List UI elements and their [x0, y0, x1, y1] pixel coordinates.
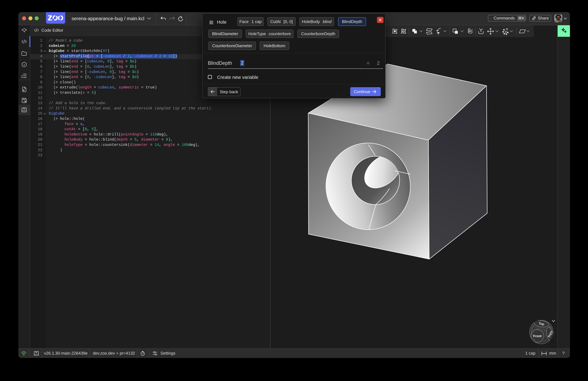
svg-text:x: x [23, 63, 25, 66]
svg-text:Front: Front [533, 334, 542, 338]
